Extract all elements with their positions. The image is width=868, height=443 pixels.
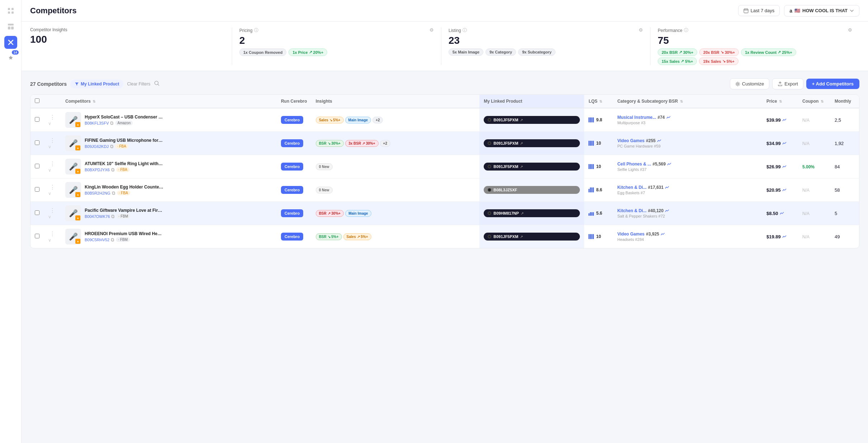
insight-tag[interactable]: 0 New [316, 187, 333, 193]
row-checkbox-2[interactable] [35, 164, 39, 168]
asin-link[interactable]: B09C5RHV52 [85, 238, 109, 242]
cerebro-button[interactable]: Cerebro [281, 186, 303, 194]
expand-icon[interactable]: ∨ [48, 121, 51, 126]
category-main[interactable]: Cell Phones & ... #5,569 [617, 162, 758, 167]
price-trend-icon[interactable] [782, 188, 787, 192]
insight-tag[interactable]: Sales ↘ 5%+ [316, 117, 344, 123]
linked-product-chip[interactable]: B091JF5PXM ↗ [484, 163, 580, 171]
expand-icon[interactable]: ∨ [48, 191, 51, 196]
tag-category[interactable]: 9x Category [485, 48, 516, 56]
insight-tag[interactable]: BSR ↗ 30%+ [316, 210, 344, 217]
row-checkbox-3[interactable] [35, 187, 39, 192]
sidebar-icon-grid[interactable] [4, 4, 17, 17]
insight-tag[interactable]: 3x BSR ↗ 30%+ [345, 140, 378, 147]
col-header-competitors[interactable]: Competitors ⇅ [61, 95, 277, 108]
col-header-lqs[interactable]: LQS ⇅ [584, 95, 613, 108]
category-main[interactable]: Video Games #255 [617, 138, 758, 143]
row-checkbox-5[interactable] [35, 234, 39, 238]
copy-icon[interactable] [111, 168, 115, 172]
tag-coupon-removed[interactable]: 1x Coupon Removed [239, 48, 286, 56]
tag-review-count[interactable]: 1x Review Count ↗ 25%+ [741, 48, 796, 56]
more-icon[interactable]: ⋮ [48, 161, 57, 167]
copy-icon[interactable] [111, 215, 115, 218]
price-trend-icon[interactable] [780, 211, 784, 215]
info-icon-performance[interactable]: ⓘ [684, 27, 688, 33]
my-linked-product-filter[interactable]: My Linked Product [70, 80, 123, 88]
insight-tag[interactable]: 0 New [316, 163, 333, 170]
date-picker[interactable]: Last 7 days [738, 5, 780, 16]
more-icon[interactable]: ⋮ [48, 114, 57, 120]
customize-button[interactable]: Customize [730, 78, 769, 89]
settings-icon-pricing[interactable]: ⚙ [430, 27, 434, 33]
copy-icon[interactable] [110, 121, 114, 125]
insight-tag[interactable]: Main Image [345, 117, 371, 123]
sidebar-icon-star[interactable]: 14 [4, 52, 17, 65]
more-icon[interactable]: ⋮ [48, 207, 57, 214]
row-checkbox-4[interactable] [35, 210, 39, 215]
info-icon-pricing[interactable]: ⓘ [254, 27, 258, 33]
copy-icon[interactable] [112, 191, 116, 195]
price-trend-icon[interactable] [782, 164, 787, 169]
export-button[interactable]: Export [772, 78, 803, 89]
linked-product-chip[interactable]: B091JF5PXM ↗ [484, 233, 580, 241]
category-main[interactable]: Kitchen & Di... #40,120 [617, 208, 758, 213]
tag-price-up[interactable]: 1x Price ↗ 20%+ [288, 48, 327, 56]
insight-tag[interactable]: BSR ↘ 30%+ [316, 140, 344, 147]
tag-sales-up[interactable]: 15x Sales ↗ 5%+ [658, 57, 697, 65]
cerebro-button[interactable]: Cerebro [281, 116, 303, 124]
linked-product-chip[interactable]: B08L3JZ5XF ↗ [484, 186, 580, 194]
asin-link[interactable]: B08KFL3SFV [85, 121, 109, 125]
copy-icon[interactable] [111, 238, 114, 242]
col-header-coupon[interactable]: Coupon ⇅ [798, 95, 830, 108]
linked-product-chip[interactable]: B091JF5PXM ↗ [484, 116, 580, 124]
asin-link[interactable]: B0BXPDJYX6 [85, 168, 110, 172]
insight-tag[interactable]: +2 [380, 140, 390, 147]
insight-tag[interactable]: +2 [372, 117, 383, 123]
tag-subcategory[interactable]: 9x Subcategory [518, 48, 555, 56]
sidebar-icon-x[interactable] [4, 36, 17, 49]
settings-icon-performance[interactable]: ⚙ [848, 27, 852, 33]
tag-sales-down[interactable]: 19x Sales ↘ 5%+ [699, 57, 738, 65]
search-icon-btn[interactable] [154, 80, 160, 88]
select-all-checkbox[interactable] [35, 98, 39, 103]
tag-bsr-down-1[interactable]: 20x BSR ↘ 30%+ [699, 48, 739, 56]
tag-main-image[interactable]: 5x Main Image [449, 48, 483, 56]
asin-link[interactable]: B0047OWK76 [85, 214, 110, 219]
copy-icon[interactable] [110, 145, 114, 148]
clear-filters-btn[interactable]: Clear Filters [127, 81, 150, 87]
insight-tag[interactable]: BSR ↘ 5%+ [316, 233, 342, 240]
expand-icon[interactable]: ∨ [48, 168, 51, 173]
cerebro-button[interactable]: Cerebro [281, 139, 303, 147]
more-icon[interactable]: ⋮ [48, 231, 57, 237]
add-competitors-button[interactable]: + Add Competitors [806, 79, 859, 89]
settings-icon-listing[interactable]: ⚙ [639, 27, 643, 33]
linked-product-chip[interactable]: B09HM817NP ↗ [484, 209, 580, 217]
tag-bsr-up-1[interactable]: 20x BSR ↗ 30%+ [658, 48, 697, 56]
asin-link[interactable]: B09JG62KDJ [85, 144, 109, 149]
cerebro-button[interactable]: Cerebro [281, 233, 303, 241]
expand-icon[interactable]: ∨ [48, 238, 51, 243]
sidebar-icon-layout[interactable] [4, 20, 17, 33]
category-main[interactable]: Video Games #3,925 [617, 232, 758, 237]
insight-tag[interactable]: Sales ↗ 5%+ [343, 233, 371, 240]
price-trend-icon[interactable] [782, 234, 787, 239]
price-trend-icon[interactable] [782, 118, 787, 122]
row-checkbox-0[interactable] [35, 117, 39, 122]
asin-link[interactable]: B0B5R2H2NG [85, 191, 111, 195]
cerebro-button[interactable]: Cerebro [281, 209, 303, 217]
expand-icon[interactable]: ∨ [48, 144, 51, 149]
more-icon[interactable]: ⋮ [48, 137, 57, 144]
expand-icon[interactable]: ∨ [48, 214, 51, 219]
price-trend-icon[interactable] [782, 141, 787, 145]
category-main[interactable]: Musical Instrume... #74 [617, 115, 758, 120]
linked-product-chip[interactable]: B091JF5PXM ↗ [484, 139, 580, 147]
info-icon-listing[interactable]: ⓘ [463, 27, 467, 33]
account-selector[interactable]: a 🇺🇸 HOW COOL IS THAT [784, 5, 859, 17]
col-header-catbsr[interactable]: Category & Subcategory BSR ⇅ [613, 95, 762, 108]
col-header-price[interactable]: Price ⇅ [762, 95, 798, 108]
cerebro-button[interactable]: Cerebro [281, 163, 303, 171]
category-main[interactable]: Kitchen & Di... #17,631 [617, 185, 758, 190]
row-checkbox-1[interactable] [35, 140, 39, 145]
more-icon[interactable]: ⋮ [48, 184, 57, 190]
insight-tag[interactable]: Main Image [345, 210, 371, 217]
